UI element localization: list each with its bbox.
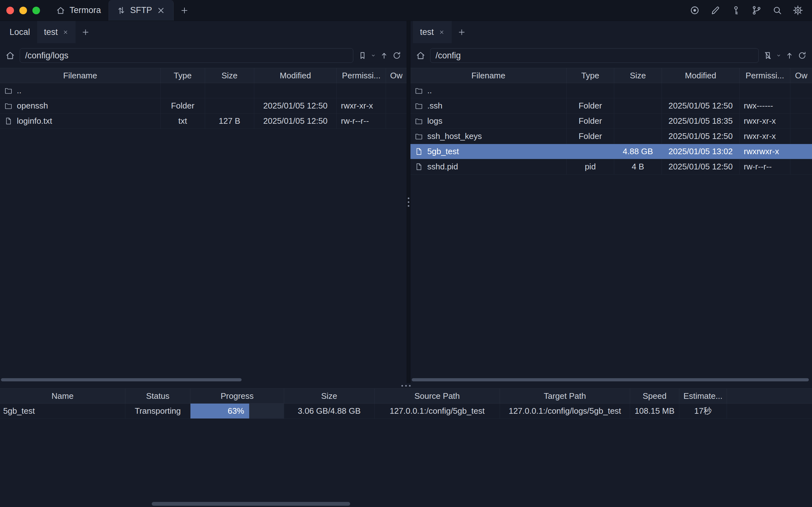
modified-cell: 2025/01/05 12:50 [254, 98, 337, 113]
edit-icon[interactable] [710, 5, 720, 15]
column-header-size[interactable]: Size [205, 68, 254, 83]
transfer-column-header-speed[interactable]: Speed [630, 389, 679, 403]
app-tabs: Termora SFTP [48, 0, 195, 21]
column-header-size[interactable]: Size [614, 68, 662, 83]
file-row[interactable]: logsFolder2025/01/05 18:35rwxr-xr-x [411, 114, 812, 129]
transfer-column-header-name[interactable]: Name [0, 389, 125, 403]
progress-bar: 63% [191, 404, 284, 418]
column-header-permissi[interactable]: Permissi... [337, 68, 386, 83]
pane-tab-test[interactable]: test [37, 21, 76, 43]
column-header-filename[interactable]: Filename [0, 68, 161, 83]
pane-divider[interactable] [407, 21, 411, 383]
transfer-column-header-progress[interactable]: Progress [191, 389, 284, 403]
path-input[interactable] [20, 48, 353, 63]
chevron-down-icon[interactable] [776, 53, 781, 58]
pane-tab-test[interactable]: test [413, 21, 452, 43]
permissions-cell: rwxrwxr-x [740, 144, 791, 159]
column-header-type[interactable]: Type [161, 68, 205, 83]
search-icon[interactable] [772, 5, 782, 15]
up-directory-icon[interactable] [379, 51, 389, 60]
transfer-column-header-estimate[interactable]: Estimate... [679, 389, 727, 403]
permissions-cell: rwxr-xr-x [740, 129, 791, 144]
key-icon[interactable] [731, 5, 741, 15]
type-cell: Folder [566, 114, 614, 128]
column-header-permissi[interactable]: Permissi... [740, 68, 791, 83]
transfer-column-header-target-path[interactable]: Target Path [500, 389, 630, 403]
file-row[interactable]: .sshFolder2025/01/05 12:50rwx------ [411, 98, 812, 114]
record-icon[interactable] [690, 5, 700, 15]
column-header-ow[interactable]: Ow [386, 68, 407, 83]
column-header-ow[interactable]: Ow [791, 68, 812, 83]
column-header-modified[interactable]: Modified [254, 68, 337, 83]
file-row[interactable]: loginfo.txttxt127 B2025/01/05 12:50rw-r-… [0, 114, 407, 129]
transfer-panel-splitter[interactable] [0, 383, 812, 388]
scrollbar-thumb[interactable] [412, 378, 809, 381]
file-row[interactable]: .. [411, 83, 812, 98]
pane-tab-local[interactable]: Local [3, 21, 37, 43]
settings-icon[interactable] [793, 5, 803, 15]
type-cell [566, 144, 614, 159]
scrollbar-thumb[interactable] [1, 378, 241, 381]
right-horizontal-scrollbar[interactable] [411, 378, 812, 382]
close-window-button[interactable] [6, 7, 14, 14]
bookmark-slash-icon[interactable] [763, 51, 773, 60]
permissions-cell [740, 83, 791, 98]
column-header-filename[interactable]: Filename [411, 68, 566, 83]
bottom-horizontal-scrollbar[interactable] [0, 502, 812, 506]
progress-bar-fill: 63% [191, 404, 249, 418]
left-pane-tabs: Localtest [0, 21, 407, 43]
home-icon [56, 6, 65, 15]
divider-handle-icon[interactable] [408, 198, 410, 207]
transfer-filler-cell [727, 404, 812, 418]
transfer-column-header-status[interactable]: Status [125, 389, 191, 403]
app-tab-termora[interactable]: Termora [48, 0, 109, 21]
refresh-icon[interactable] [797, 51, 807, 60]
size-cell [205, 83, 254, 98]
zoom-window-button[interactable] [33, 7, 40, 14]
file-row[interactable]: ssh_host_keysFolder2025/01/05 12:50rwxr-… [411, 129, 812, 144]
app-tab-label: Termora [69, 5, 101, 15]
transfer-row[interactable]: 5gb_testTransporting63%3.06 GB/4.88 GB12… [0, 404, 812, 419]
modified-cell [662, 83, 740, 98]
size-cell: 4.88 GB [614, 144, 662, 159]
transfer-column-header-filler [727, 389, 812, 403]
filename-cell: openssh [0, 98, 161, 113]
home-icon[interactable] [5, 50, 15, 61]
column-header-type[interactable]: Type [566, 68, 614, 83]
permissions-cell [337, 83, 386, 98]
new-tab-button[interactable] [75, 21, 96, 43]
path-input[interactable] [430, 48, 759, 63]
transfer-column-header-size[interactable]: Size [284, 389, 375, 403]
close-icon[interactable] [439, 29, 445, 35]
branch-icon[interactable] [751, 5, 762, 15]
home-icon[interactable] [416, 50, 426, 61]
file-row[interactable]: 5gb_test4.88 GB2025/01/05 13:02rwxrwxr-x [411, 144, 812, 159]
left-horizontal-scrollbar[interactable] [0, 378, 407, 382]
new-window-tab-button[interactable] [174, 0, 195, 21]
chevron-down-icon[interactable] [370, 53, 376, 58]
up-directory-icon[interactable] [785, 51, 794, 60]
right-table-body: ...sshFolder2025/01/05 12:50rwx------log… [411, 83, 812, 174]
file-row[interactable]: opensshFolder2025/01/05 12:50rwxr-xr-x [0, 98, 407, 114]
file-row[interactable]: .. [0, 83, 407, 98]
refresh-icon[interactable] [392, 51, 401, 60]
modified-cell: 2025/01/05 12:50 [662, 159, 740, 174]
filename-cell: logs [411, 114, 566, 128]
transfer-name-cell: 5gb_test [0, 404, 125, 418]
close-icon[interactable] [156, 6, 166, 15]
file-row[interactable]: sshd.pidpid4 B2025/01/05 12:50rw-r--r-- [411, 159, 812, 174]
transfer-panel: NameStatusProgressSizeSource PathTarget … [0, 388, 812, 419]
app-tab-sftp[interactable]: SFTP [109, 0, 174, 21]
folder-icon [415, 86, 423, 95]
titlebar: Termora SFTP [0, 0, 812, 21]
new-tab-button[interactable] [452, 21, 472, 43]
bookmark-icon[interactable] [358, 51, 367, 60]
splitter-handle-icon[interactable] [401, 385, 411, 387]
close-icon[interactable] [62, 29, 68, 35]
transfer-column-header-source-path[interactable]: Source Path [375, 389, 500, 403]
column-header-modified[interactable]: Modified [662, 68, 740, 83]
scrollbar-thumb[interactable] [152, 502, 350, 506]
minimize-window-button[interactable] [19, 7, 27, 14]
tab-label: Local [9, 27, 30, 37]
folder-icon [4, 102, 13, 110]
